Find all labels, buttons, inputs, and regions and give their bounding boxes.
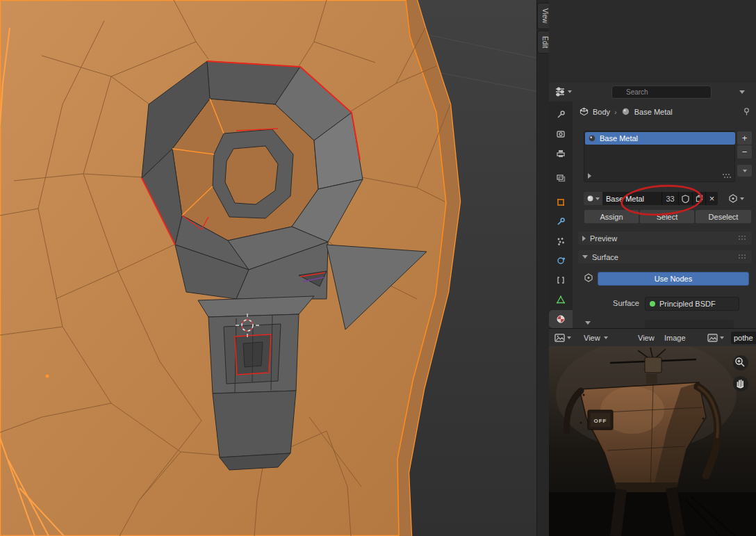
blender-window: View Edit: [0, 0, 756, 536]
3d-viewport[interactable]: [0, 0, 539, 536]
render-icon: [556, 129, 566, 139]
surface-prop-label: Surface: [613, 299, 639, 307]
panel-grip-icon[interactable]: [738, 254, 748, 260]
mesh-data-icon: [556, 295, 566, 304]
image-editor: View View Image pothe: [549, 328, 756, 536]
pan-hand-button[interactable]: [733, 376, 748, 391]
assign-label: Assign: [600, 213, 623, 221]
material-browse-button[interactable]: [584, 192, 602, 205]
menu-image-label: Image: [664, 334, 686, 342]
properties-tab-modifiers[interactable]: [549, 213, 573, 231]
robot-neck: [646, 374, 657, 384]
properties-tab-tool[interactable]: [549, 106, 573, 124]
image-editor-icon: [554, 333, 565, 343]
view-layer-icon: [556, 173, 566, 183]
properties-tab-render[interactable]: [549, 125, 573, 143]
surface-panel-header[interactable]: Surface: [578, 250, 752, 263]
zoom-in-button[interactable]: [733, 355, 748, 371]
list-filter-expand-icon[interactable]: [588, 173, 591, 179]
chevron-down-icon[interactable]: [585, 321, 591, 325]
properties-tab-particles[interactable]: [549, 232, 573, 250]
physics-icon: [556, 256, 566, 266]
chevron-down-icon: [568, 90, 572, 93]
properties-tab-view-layer[interactable]: [549, 169, 573, 187]
shader-node-dot-icon: [650, 301, 655, 307]
chevron-down-icon: [743, 170, 747, 172]
robot-leg-left: [616, 489, 621, 536]
minus-label: −: [742, 147, 748, 156]
material-slot-active[interactable]: Base Metal: [585, 132, 735, 145]
breadcrumb-material[interactable]: Base Metal: [634, 108, 673, 116]
nodetree-icon: [584, 273, 593, 282]
object-icon: [556, 197, 566, 207]
unlink-button[interactable]: ×: [705, 192, 718, 205]
menu-image[interactable]: Image: [664, 329, 686, 347]
properties-tab-object[interactable]: [549, 193, 573, 211]
properties-tab-material[interactable]: [549, 310, 573, 328]
plus-label: +: [742, 133, 748, 143]
image-editor-header: View View Image pothe: [549, 328, 756, 348]
slot-specials-button[interactable]: [737, 164, 753, 177]
viewport-sidebar-tab-strip: View Edit: [536, 0, 550, 536]
chevron-down-icon: [604, 336, 608, 339]
pin-icon[interactable]: [742, 107, 751, 116]
constraints-icon: [556, 275, 566, 285]
close-icon: ×: [709, 193, 715, 204]
display-mode-value: View: [584, 334, 600, 342]
chevron-down-icon: [567, 336, 571, 339]
breadcrumb-separator: ›: [614, 108, 617, 116]
properties-editor-type-button[interactable]: [554, 86, 572, 97]
chevron-down-icon: [595, 197, 600, 200]
sidebar-tab-view-label: View: [541, 8, 549, 24]
image-canvas[interactable]: OFF: [549, 346, 756, 536]
material-sphere-icon: [621, 107, 630, 116]
nodetree-icon: [728, 194, 738, 203]
deselect-button[interactable]: Deselect: [695, 209, 752, 224]
surface-panel-label: Surface: [592, 253, 618, 261]
properties-tab-output[interactable]: [549, 145, 573, 163]
breadcrumb-object[interactable]: Body: [593, 108, 610, 116]
surface-shader-dropdown[interactable]: Principled BSDF: [645, 297, 739, 311]
properties-tab-object-data[interactable]: [549, 291, 573, 309]
material-slot-list[interactable]: Base Metal: [584, 131, 735, 182]
sidebar-tab-edit[interactable]: Edit: [537, 31, 549, 54]
properties-tab-physics[interactable]: [549, 252, 573, 270]
wrench-icon: [556, 217, 566, 227]
header-collapse-chevron-icon[interactable]: [739, 90, 745, 94]
surface-shader-value: Principled BSDF: [659, 300, 716, 308]
image-browse-button[interactable]: [707, 329, 724, 347]
panel-grip-icon[interactable]: [738, 235, 748, 241]
preview-panel-label: Preview: [590, 234, 617, 243]
clipped-property-field[interactable]: [645, 320, 734, 328]
preview-panel-header[interactable]: Preview: [578, 232, 752, 245]
object-cube-icon: [580, 107, 589, 116]
material-sphere-icon: [586, 195, 594, 202]
chevron-right-icon: [582, 236, 586, 241]
object-origin-point: [46, 375, 49, 378]
search-input[interactable]: [611, 86, 712, 99]
sidebar-tab-edit-label: Edit: [541, 36, 549, 48]
properties-editor-icon: [554, 86, 566, 97]
viewport-canvas[interactable]: [0, 0, 539, 536]
remove-slot-button[interactable]: −: [737, 145, 753, 159]
menu-view[interactable]: View: [638, 329, 655, 347]
use-nodes-label: Use Nodes: [655, 275, 692, 283]
properties-tab-constraints[interactable]: [549, 271, 573, 289]
material-sphere-icon: [588, 134, 596, 143]
add-slot-button[interactable]: +: [737, 131, 753, 145]
image-name-field[interactable]: pothe: [731, 332, 756, 344]
nodetree-filter-dropdown[interactable]: [728, 192, 744, 205]
chevron-down-icon: [740, 197, 744, 200]
chevron-down-icon: [582, 255, 588, 259]
properties-tab-column: [549, 101, 573, 328]
image-editor-type-button[interactable]: [554, 329, 571, 347]
image-icon: [707, 333, 718, 343]
list-resize-grip-icon[interactable]: [722, 173, 732, 179]
robot-head: [645, 357, 662, 373]
chevron-down-icon: [720, 336, 724, 339]
display-mode-dropdown[interactable]: View: [584, 329, 608, 347]
sidebar-tab-view[interactable]: View: [537, 3, 549, 29]
use-nodes-button[interactable]: Use Nodes: [598, 272, 749, 286]
material-slot-name: Base Metal: [600, 134, 638, 143]
breadcrumb: Body › Base Metal: [580, 107, 673, 116]
